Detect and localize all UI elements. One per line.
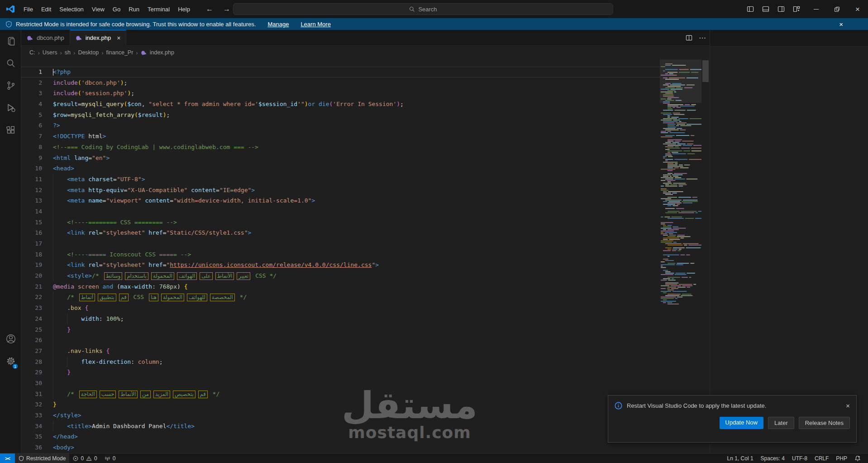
menu-go[interactable]: Go xyxy=(109,6,124,13)
code-line: 36<body> xyxy=(21,442,660,453)
banner-manage-link[interactable]: Manage xyxy=(267,21,289,28)
code-line: 7<!DOCTYPE html> xyxy=(21,131,660,142)
tab-label: index.php xyxy=(86,34,111,41)
code-line: 16<link rel="stylesheet" href="Static/CS… xyxy=(21,227,660,238)
toggle-secondary-sidebar-icon[interactable] xyxy=(777,5,785,13)
code-line: 35</head> xyxy=(21,431,660,442)
menu-help[interactable]: Help xyxy=(174,6,194,13)
code-line: 13<meta name="viewport" content="width=d… xyxy=(21,195,660,206)
status-restricted-mode[interactable]: Restricted Mode xyxy=(15,453,69,463)
code-line: 32} xyxy=(21,399,660,410)
chevron-right-icon: › xyxy=(38,49,40,56)
status-encoding[interactable]: UTF-8 xyxy=(788,453,811,463)
code-line: 5$row=mysqli_fetch_array($result); xyxy=(21,110,660,121)
vertical-scrollbar[interactable] xyxy=(701,59,710,453)
php-file-icon xyxy=(141,50,147,55)
more-actions-icon[interactable]: ⋯ xyxy=(699,34,706,42)
customize-layout-icon[interactable] xyxy=(793,5,800,13)
code-line: 17 xyxy=(21,238,660,249)
breadcrumb: C: › Users › sh › Desktop › finance_Pr ›… xyxy=(21,46,710,59)
extensions-icon[interactable] xyxy=(0,119,21,141)
code-line: 21@media screen and (max-width: 768px) { xyxy=(21,281,660,292)
code-line: 24width: 100%; xyxy=(21,313,660,324)
accounts-icon[interactable] xyxy=(0,328,21,350)
nav-forward-icon[interactable]: → xyxy=(223,5,230,13)
code-line: 2include('dbcon.php'); xyxy=(21,77,660,88)
code-line: 8<!--=== Coding by CodingLab | www.codin… xyxy=(21,142,660,153)
code-line: 26 xyxy=(21,335,660,346)
breadcrumb-item[interactable]: Desktop xyxy=(78,49,99,56)
chevron-right-icon: › xyxy=(73,49,75,56)
nav-back-icon[interactable]: ← xyxy=(206,5,213,13)
banner-close-icon[interactable]: × xyxy=(839,20,843,28)
code-line: 15<!----======== CSS ======== --> xyxy=(21,217,660,228)
code-line: 1<?php xyxy=(21,67,660,77)
status-problems[interactable]: 0 0 xyxy=(69,453,100,463)
menu-file[interactable]: File xyxy=(19,6,37,13)
menu-view[interactable]: View xyxy=(88,6,109,13)
php-file-icon xyxy=(76,35,82,41)
code-line: 28flex-direction: column; xyxy=(21,357,660,367)
minimize-button[interactable] xyxy=(806,0,826,18)
secondary-panel xyxy=(710,30,868,453)
tab-bar: dbcon.php index.php × ⋯ xyxy=(21,30,710,46)
activity-bar: 1 xyxy=(0,30,21,453)
banner-learn-more-link[interactable]: Learn More xyxy=(300,21,330,28)
command-center-search[interactable]: Search xyxy=(233,3,613,15)
close-window-button[interactable]: × xyxy=(847,0,868,18)
remote-indicator[interactable]: >< xyxy=(0,453,15,463)
notifications-bell-icon[interactable] xyxy=(851,453,864,463)
code-line: 20<style>/* وسائطباستخدامالمحمولةالهواتف… xyxy=(21,270,660,281)
menu-edit[interactable]: Edit xyxy=(37,6,55,13)
explorer-icon[interactable] xyxy=(0,30,21,52)
status-ports[interactable]: 0 xyxy=(101,453,119,463)
update-notification: Restart Visual Studio Code to apply the … xyxy=(608,395,857,443)
code-line: 33</style> xyxy=(21,410,660,421)
toggle-panel-icon[interactable] xyxy=(762,5,769,13)
status-eol[interactable]: CRLF xyxy=(811,453,832,463)
chevron-right-icon: › xyxy=(101,49,103,56)
chevron-right-icon: › xyxy=(60,49,62,56)
notification-close-icon[interactable]: × xyxy=(846,402,850,410)
status-bar: >< Restricted Mode 0 0 0 Ln 1, Col 1 Spa… xyxy=(0,453,868,463)
search-sidebar-icon[interactable] xyxy=(0,52,21,74)
scrollbar-thumb[interactable] xyxy=(702,60,709,82)
banner-message: Restricted Mode is intended for safe cod… xyxy=(16,21,256,28)
ports-count: 0 xyxy=(113,455,116,462)
code-line: 25} xyxy=(21,324,660,335)
minimap[interactable] xyxy=(660,59,701,453)
code-editor[interactable]: 1<?php2include('dbcon.php');3include('se… xyxy=(21,59,710,453)
tab-close-icon[interactable]: × xyxy=(117,34,120,42)
toggle-sidebar-icon[interactable] xyxy=(747,5,754,13)
update-now-button[interactable]: Update Now xyxy=(720,417,764,429)
run-debug-icon[interactable] xyxy=(0,96,21,119)
status-language[interactable]: PHP xyxy=(832,453,851,463)
shield-icon xyxy=(5,21,12,28)
breadcrumb-item[interactable]: finance_Pr xyxy=(106,49,134,56)
status-indentation[interactable]: Spaces: 4 xyxy=(757,453,788,463)
code-line: 11<meta charset="UTF-8"> xyxy=(21,174,660,185)
menu-terminal[interactable]: Terminal xyxy=(143,6,174,13)
later-button[interactable]: Later xyxy=(768,417,794,429)
breadcrumb-item[interactable]: sh xyxy=(65,49,71,56)
restore-button[interactable] xyxy=(826,0,847,18)
tab-index-php[interactable]: index.php × xyxy=(70,30,127,46)
tab-label: dbcon.php xyxy=(37,34,64,41)
breadcrumb-item[interactable]: index.php xyxy=(150,49,174,56)
menu-run[interactable]: Run xyxy=(124,6,143,13)
vscode-logo-icon xyxy=(6,5,15,14)
code-line: 27.nav-links { xyxy=(21,346,660,357)
status-cursor-position[interactable]: Ln 1, Col 1 xyxy=(724,453,757,463)
vscode-window: File Edit Selection View Go Run Terminal… xyxy=(0,0,868,463)
code-line: 23.box { xyxy=(21,303,660,313)
menu-selection[interactable]: Selection xyxy=(55,6,87,13)
breadcrumb-item[interactable]: C: xyxy=(29,49,35,56)
tab-dbcon-php[interactable]: dbcon.php xyxy=(21,30,70,46)
breadcrumb-item[interactable]: Users xyxy=(43,49,57,56)
release-notes-button[interactable]: Release Notes xyxy=(799,417,850,429)
settings-gear-icon[interactable]: 1 xyxy=(0,350,21,372)
split-editor-icon[interactable] xyxy=(686,34,692,41)
code-line: 22/* أنماطبتطبيققم CSS هناالمحمولةللهوات… xyxy=(21,292,660,303)
source-control-icon[interactable] xyxy=(0,74,21,96)
code-line: 12<meta http-equiv="X-UA-Compatible" con… xyxy=(21,185,660,196)
